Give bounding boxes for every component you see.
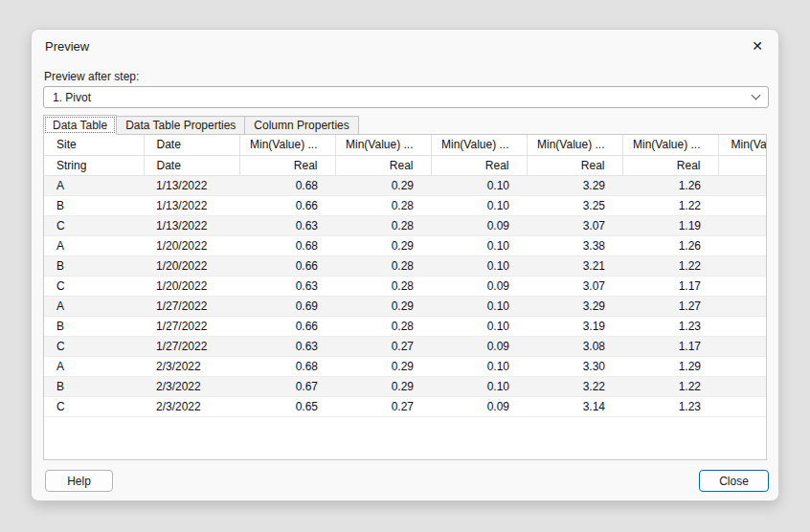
table-cell: 0.28 bbox=[335, 195, 431, 215]
close-icon: ✕ bbox=[752, 38, 763, 54]
column-type: Real bbox=[239, 155, 335, 175]
table-cell: A bbox=[44, 235, 144, 255]
tab-bar: Data TableData Table PropertiesColumn Pr… bbox=[43, 115, 358, 134]
table-cell: 0.28 bbox=[335, 255, 431, 276]
column-header: Date bbox=[144, 135, 239, 155]
column-type: String bbox=[44, 155, 144, 175]
column-header: Min(Value) ... bbox=[335, 135, 431, 155]
table-cell: 0.65 bbox=[239, 396, 335, 416]
table-cell bbox=[718, 316, 766, 336]
table-cell: 3.07 bbox=[527, 276, 622, 296]
close-button-label: Close bbox=[719, 475, 749, 488]
table-cell: C bbox=[44, 215, 144, 235]
table-cell bbox=[718, 235, 766, 255]
table-cell: B bbox=[44, 316, 144, 336]
table-cell: 0.10 bbox=[431, 235, 527, 255]
table-cell: 0.10 bbox=[431, 296, 527, 316]
table-cell: 3.07 bbox=[527, 215, 622, 235]
table-cell: B bbox=[44, 255, 144, 276]
table-row: B1/20/20220.660.280.103.211.22 bbox=[44, 255, 766, 276]
table-cell: 3.38 bbox=[527, 235, 622, 255]
table-cell: 0.29 bbox=[335, 296, 431, 316]
table-cell: 1/13/2022 bbox=[144, 175, 239, 195]
column-header: Min(Val bbox=[718, 135, 766, 155]
table-cell: 3.08 bbox=[527, 336, 622, 356]
table-cell: C bbox=[44, 336, 144, 356]
table-cell: 0.69 bbox=[239, 296, 335, 316]
table-cell: 1.17 bbox=[622, 336, 718, 356]
preview-dialog: Preview ✕ Preview after step: 1. Pivot D… bbox=[31, 29, 779, 501]
table-cell: 3.19 bbox=[527, 316, 622, 336]
table-cell bbox=[718, 215, 766, 235]
column-type: Real bbox=[622, 155, 718, 175]
table-cell: 0.66 bbox=[239, 316, 335, 336]
table-row: A1/20/20220.680.290.103.381.26 bbox=[44, 235, 766, 255]
table-cell: 0.63 bbox=[239, 215, 335, 235]
table-cell: 1.29 bbox=[622, 356, 718, 376]
table-cell bbox=[718, 195, 766, 215]
table-cell: 3.14 bbox=[527, 396, 622, 416]
table-cell: 0.10 bbox=[431, 376, 527, 396]
table-cell: 3.25 bbox=[527, 195, 622, 215]
step-select[interactable]: 1. Pivot bbox=[43, 86, 769, 108]
table-row: C1/27/20220.630.270.093.081.17 bbox=[44, 336, 766, 356]
table-cell: 0.66 bbox=[239, 195, 335, 215]
table-row: A1/27/20220.690.290.103.291.27 bbox=[44, 296, 766, 316]
table-cell: 1.19 bbox=[622, 215, 718, 235]
table-cell bbox=[718, 336, 766, 356]
table-cell: 0.29 bbox=[335, 235, 431, 255]
table-cell: 0.28 bbox=[335, 215, 431, 235]
table-cell bbox=[718, 255, 766, 276]
data-table: SiteDateMin(Value) ...Min(Value) ...Min(… bbox=[44, 135, 766, 417]
table-header: SiteDateMin(Value) ...Min(Value) ...Min(… bbox=[44, 135, 766, 175]
tab-column-properties[interactable]: Column Properties bbox=[244, 116, 358, 134]
table-cell: 1.22 bbox=[622, 255, 718, 276]
table-row: C1/13/20220.630.280.093.071.19 bbox=[44, 215, 766, 235]
table-cell bbox=[718, 276, 766, 296]
preview-after-step-label: Preview after step: bbox=[44, 70, 139, 83]
table-cell: 1/13/2022 bbox=[144, 215, 239, 235]
table-cell: A bbox=[44, 296, 144, 316]
tab-data-table[interactable]: Data Table bbox=[43, 115, 117, 135]
column-header: Site bbox=[44, 135, 144, 155]
table-cell bbox=[718, 376, 766, 396]
table-cell: 2/3/2022 bbox=[144, 376, 239, 396]
table-cell: 0.29 bbox=[335, 356, 431, 376]
table-cell: 0.10 bbox=[431, 195, 527, 215]
table-cell: 0.68 bbox=[239, 235, 335, 255]
table-cell: 1.22 bbox=[622, 376, 718, 396]
column-type: Real bbox=[335, 155, 431, 175]
table-cell: 0.09 bbox=[431, 276, 527, 296]
table-row: A2/3/20220.680.290.103.301.29 bbox=[44, 356, 766, 376]
table-cell: 0.10 bbox=[431, 356, 527, 376]
column-type-row: StringDateRealRealRealRealReal bbox=[44, 155, 766, 175]
tab-data-table-properties[interactable]: Data Table Properties bbox=[116, 116, 245, 134]
table-row: B1/13/20220.660.280.103.251.22 bbox=[44, 195, 766, 215]
desktop-background: { "window": { "title": "Preview" }, "ico… bbox=[0, 0, 810, 532]
table-cell bbox=[718, 356, 766, 376]
table-cell: 1/27/2022 bbox=[144, 296, 239, 316]
close-button[interactable]: Close bbox=[699, 470, 769, 492]
table-cell: 1.26 bbox=[622, 235, 718, 255]
step-select-value: 1. Pivot bbox=[53, 91, 91, 104]
table-cell: 0.28 bbox=[335, 276, 431, 296]
table-cell bbox=[718, 175, 766, 195]
column-type: Real bbox=[527, 155, 622, 175]
table-cell: 0.67 bbox=[239, 376, 335, 396]
table-cell: 3.21 bbox=[527, 255, 622, 276]
dialog-close-button[interactable]: ✕ bbox=[748, 36, 767, 55]
table-cell: 3.29 bbox=[527, 296, 622, 316]
help-button[interactable]: Help bbox=[45, 470, 113, 492]
table-cell: A bbox=[44, 356, 144, 376]
table-cell: 0.09 bbox=[431, 336, 527, 356]
table-cell: 1.23 bbox=[622, 316, 718, 336]
table-row: A1/13/20220.680.290.103.291.26 bbox=[44, 175, 766, 195]
table-cell: 0.28 bbox=[335, 316, 431, 336]
table-cell: 1/27/2022 bbox=[144, 336, 239, 356]
table-cell: A bbox=[44, 175, 144, 195]
table-cell: 0.66 bbox=[239, 255, 335, 276]
table-cell: 0.10 bbox=[431, 175, 527, 195]
table-cell: 1.23 bbox=[622, 396, 718, 416]
column-header: Min(Value) ... bbox=[431, 135, 527, 155]
table-cell: 1/20/2022 bbox=[144, 255, 239, 276]
